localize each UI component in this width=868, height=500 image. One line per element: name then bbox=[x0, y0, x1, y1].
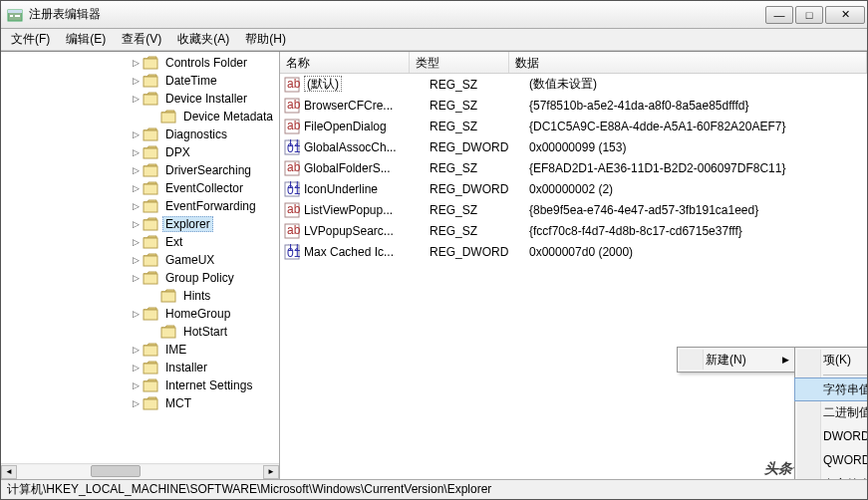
col-header-data[interactable]: 数据 bbox=[509, 52, 867, 73]
value-type: REG_DWORD bbox=[430, 140, 529, 154]
menu-查看v[interactable]: 查看(V) bbox=[116, 29, 167, 50]
context-menu-new: 新建(N) ▶ bbox=[677, 347, 796, 373]
svg-rect-6 bbox=[144, 95, 157, 105]
tree-item-hints[interactable]: Hints bbox=[1, 287, 279, 305]
tree-item-installer[interactable]: ▷Installer bbox=[1, 359, 279, 376]
menu-收藏夹a[interactable]: 收藏夹(A) bbox=[171, 29, 235, 50]
tree-label: Controls Folder bbox=[162, 55, 250, 71]
folder-icon bbox=[143, 361, 158, 375]
value-data: {DC1C5A9C-E88A-4dde-A5A1-60F82A20AEF7} bbox=[529, 120, 867, 133]
tree-item-mct[interactable]: ▷MCT bbox=[1, 394, 279, 412]
menu-separator bbox=[823, 375, 867, 375]
expand-icon[interactable]: ▷ bbox=[131, 94, 141, 104]
menu-item[interactable]: DWORD (32-位)值(D) bbox=[795, 424, 867, 448]
tree-hscroll[interactable]: ◄ ► bbox=[1, 463, 279, 479]
tree-label: Device Metadata bbox=[180, 109, 276, 125]
value-data: {8be9f5ea-e746-4e47-ad57-3fb191ca1eed} bbox=[529, 203, 867, 217]
value-row[interactable]: 110011GlobalAssocCh...REG_DWORD0x0000009… bbox=[280, 136, 867, 157]
string-icon: ab bbox=[284, 160, 300, 176]
minimize-button[interactable]: — bbox=[765, 6, 793, 24]
value-row[interactable]: 110011Max Cached Ic...REG_DWORD0x000007d… bbox=[280, 241, 867, 262]
expand-icon[interactable]: ▷ bbox=[131, 183, 141, 193]
scroll-right-icon[interactable]: ► bbox=[263, 465, 279, 479]
menu-item[interactable]: 项(K) bbox=[795, 348, 867, 372]
tree-label: HotStart bbox=[180, 324, 230, 340]
value-row[interactable]: ab(默认)REG_SZ(数值未设置) bbox=[280, 74, 867, 95]
tree-item-driversearching[interactable]: ▷DriverSearching bbox=[1, 161, 279, 179]
tree-content[interactable]: ▷Controls Folder▷DateTime▷Device Install… bbox=[1, 52, 279, 463]
expand-icon[interactable]: ▷ bbox=[131, 147, 141, 157]
tree-item-device-metadata[interactable]: Device Metadata bbox=[1, 108, 279, 125]
tree-item-group-policy[interactable]: ▷Group Policy bbox=[1, 269, 279, 287]
expand-icon[interactable]: ▷ bbox=[131, 363, 141, 373]
expand-icon[interactable] bbox=[148, 291, 158, 301]
expand-icon[interactable]: ▷ bbox=[131, 201, 141, 211]
expand-icon[interactable]: ▷ bbox=[131, 345, 141, 355]
col-header-type[interactable]: 类型 bbox=[410, 52, 509, 73]
tree-label: Diagnostics bbox=[162, 126, 230, 142]
value-row[interactable]: 110011IconUnderlineREG_DWORD0x00000002 (… bbox=[280, 178, 867, 199]
menu-item-label: 新建(N) bbox=[706, 352, 746, 369]
expand-icon[interactable]: ▷ bbox=[131, 273, 141, 283]
regedit-window: 注册表编辑器 — □ ✕ 文件(F)编辑(E)查看(V)收藏夹(A)帮助(H) … bbox=[0, 0, 868, 500]
close-button[interactable]: ✕ bbox=[825, 6, 865, 24]
tree-item-explorer[interactable]: ▷Explorer bbox=[1, 215, 279, 233]
menu-编辑e[interactable]: 编辑(E) bbox=[60, 29, 112, 50]
menu-item[interactable]: 二进制值(B) bbox=[795, 400, 867, 424]
value-row[interactable]: abLVPopupSearc...REG_SZ{fccf70c8-f4d7-4d… bbox=[280, 220, 867, 241]
value-row[interactable]: abGlobalFolderS...REG_SZ{EF8AD2D1-AE36-1… bbox=[280, 157, 867, 178]
tree-label: Group Policy bbox=[162, 270, 237, 286]
tree-item-dpx[interactable]: ▷DPX bbox=[1, 143, 279, 161]
tree-item-gameux[interactable]: ▷GameUX bbox=[1, 251, 279, 269]
scroll-track[interactable] bbox=[17, 465, 263, 479]
expand-icon[interactable]: ▷ bbox=[131, 76, 141, 86]
value-type: REG_SZ bbox=[430, 78, 529, 92]
menu-item[interactable]: 字符串值(S) bbox=[794, 377, 867, 401]
value-row[interactable]: abFileOpenDialogREG_SZ{DC1C5A9C-E88A-4dd… bbox=[280, 116, 867, 136]
tree-item-datetime[interactable]: ▷DateTime bbox=[1, 72, 279, 90]
tree-item-device-installer[interactable]: ▷Device Installer bbox=[1, 90, 279, 108]
tree-item-eventforwarding[interactable]: ▷EventForwarding bbox=[1, 197, 279, 215]
context-submenu-new: 项(K)字符串值(S)二进制值(B)DWORD (32-位)值(D)QWORD … bbox=[794, 347, 867, 479]
expand-icon[interactable]: ▷ bbox=[131, 237, 141, 247]
value-row[interactable]: abBrowserCFCre...REG_SZ{57f8510b-a5e2-41… bbox=[280, 95, 867, 116]
expand-icon[interactable]: ▷ bbox=[131, 309, 141, 319]
menu-bar: 文件(F)编辑(E)查看(V)收藏夹(A)帮助(H) bbox=[1, 29, 867, 51]
expand-icon[interactable]: ▷ bbox=[131, 58, 141, 68]
menu-item[interactable]: QWORD (64 位)值(Q) bbox=[795, 448, 867, 472]
maximize-button[interactable]: □ bbox=[795, 6, 823, 24]
expand-icon[interactable] bbox=[148, 327, 158, 337]
tree-item-controls-folder[interactable]: ▷Controls Folder bbox=[1, 54, 279, 72]
svg-rect-1 bbox=[8, 10, 22, 13]
value-type: REG_SZ bbox=[430, 99, 529, 113]
tree-item-internet-settings[interactable]: ▷Internet Settings bbox=[1, 376, 279, 394]
expand-icon[interactable]: ▷ bbox=[131, 380, 141, 390]
tree-item-ime[interactable]: ▷IME bbox=[1, 341, 279, 359]
tree-label: Internet Settings bbox=[162, 377, 255, 393]
menu-item[interactable]: 多字符串值(M) bbox=[795, 472, 867, 479]
expand-icon[interactable]: ▷ bbox=[131, 219, 141, 229]
value-row[interactable]: abListViewPopup...REG_SZ{8be9f5ea-e746-4… bbox=[280, 199, 867, 220]
col-header-name[interactable]: 名称 bbox=[280, 52, 410, 73]
expand-icon[interactable]: ▷ bbox=[131, 398, 141, 408]
value-name: GlobalAssocCh... bbox=[304, 140, 430, 154]
folder-icon bbox=[160, 110, 176, 124]
expand-icon[interactable]: ▷ bbox=[131, 255, 141, 265]
expand-icon[interactable] bbox=[148, 112, 158, 122]
folder-icon bbox=[143, 343, 158, 357]
expand-icon[interactable]: ▷ bbox=[131, 165, 141, 175]
list-body[interactable]: ab(默认)REG_SZ(数值未设置)abBrowserCFCre...REG_… bbox=[280, 74, 867, 479]
expand-icon[interactable]: ▷ bbox=[131, 129, 141, 139]
tree-item-homegroup[interactable]: ▷HomeGroup bbox=[1, 305, 279, 323]
scroll-thumb[interactable] bbox=[91, 465, 141, 477]
scroll-left-icon[interactable]: ◄ bbox=[1, 465, 17, 479]
tree-item-ext[interactable]: ▷Ext bbox=[1, 233, 279, 251]
binary-icon: 110011 bbox=[284, 139, 300, 155]
menu-文件f[interactable]: 文件(F) bbox=[5, 29, 56, 50]
tree-item-diagnostics[interactable]: ▷Diagnostics bbox=[1, 125, 279, 143]
value-data: {fccf70c8-f4d7-4d8b-8c17-cd6715e37fff} bbox=[529, 224, 867, 238]
tree-item-eventcollector[interactable]: ▷EventCollector bbox=[1, 179, 279, 197]
tree-item-hotstart[interactable]: HotStart bbox=[1, 323, 279, 341]
menu-item-new[interactable]: 新建(N) ▶ bbox=[678, 348, 795, 372]
menu-帮助h[interactable]: 帮助(H) bbox=[239, 29, 292, 50]
